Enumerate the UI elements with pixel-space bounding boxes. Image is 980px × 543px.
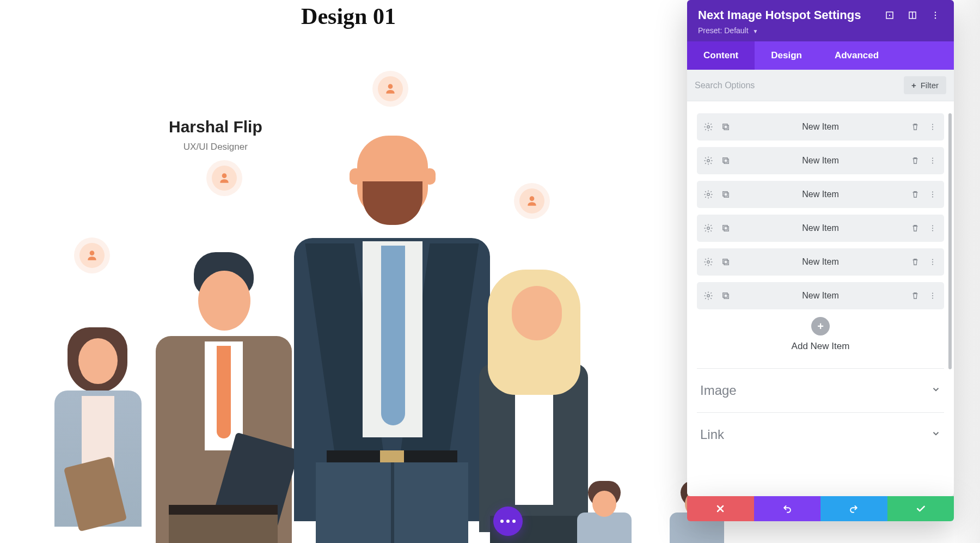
svg-point-23 <box>932 194 933 195</box>
svg-point-40 <box>932 292 933 294</box>
hotspot-marker[interactable] <box>212 166 237 191</box>
trash-icon[interactable] <box>910 190 920 199</box>
duplicate-icon[interactable] <box>721 291 731 301</box>
svg-point-4 <box>935 12 936 13</box>
svg-point-10 <box>932 124 933 125</box>
chevron-down-icon <box>931 429 941 441</box>
svg-rect-8 <box>724 125 728 130</box>
scrollbar-thumb[interactable] <box>948 113 952 369</box>
tooltip-role: UX/UI Designer <box>169 142 262 152</box>
section-image[interactable]: Image <box>697 368 944 412</box>
cancel-button[interactable] <box>687 496 754 521</box>
redo-button[interactable] <box>820 496 887 521</box>
panel-footer <box>687 496 954 521</box>
gear-icon[interactable] <box>703 291 713 301</box>
add-item-button[interactable]: + <box>811 317 830 335</box>
character <box>44 320 152 543</box>
tab-design[interactable]: Design <box>755 41 818 70</box>
kebab-icon[interactable] <box>928 190 938 199</box>
add-item-label: Add New Item <box>697 341 944 352</box>
svg-point-16 <box>932 157 933 158</box>
caret-down-icon: ▼ <box>753 28 758 34</box>
list-item[interactable]: New Item <box>697 282 944 309</box>
page-canvas: Design 01 Harshal Flip UX/UI Designer <box>0 0 697 543</box>
svg-point-5 <box>935 15 936 16</box>
expand-icon[interactable] <box>882 8 897 23</box>
duplicate-icon[interactable] <box>721 156 731 166</box>
gear-icon[interactable] <box>703 122 713 132</box>
panel-header[interactable]: Next Image Hotspot Settings Preset: Defa… <box>687 0 954 41</box>
trash-icon[interactable] <box>910 223 920 233</box>
illustration-stage: Harshal Flip UX/UI Designer <box>44 87 697 543</box>
filter-button[interactable]: + Filter <box>904 76 946 94</box>
gear-icon[interactable] <box>703 223 713 233</box>
hotspot-marker[interactable] <box>378 76 403 101</box>
svg-rect-9 <box>723 124 727 129</box>
page-title: Design 01 <box>301 3 396 29</box>
hotspot-marker[interactable] <box>519 188 544 213</box>
panel-tabs: Content Design Advanced <box>687 41 954 70</box>
preset-selector[interactable]: Preset: Default ▼ <box>698 26 943 35</box>
svg-point-18 <box>932 162 933 163</box>
svg-point-37 <box>707 295 710 297</box>
save-button[interactable] <box>887 496 954 521</box>
svg-point-24 <box>932 196 933 197</box>
svg-point-41 <box>932 295 933 296</box>
kebab-icon[interactable] <box>928 291 938 301</box>
trash-icon[interactable] <box>910 291 920 301</box>
list-item[interactable]: New Item <box>697 215 944 242</box>
svg-rect-14 <box>724 159 728 163</box>
duplicate-icon[interactable] <box>721 122 731 132</box>
character-mini <box>572 478 637 543</box>
kebab-icon[interactable] <box>928 223 938 233</box>
kebab-icon[interactable] <box>928 8 943 23</box>
tooltip-name: Harshal Flip <box>169 118 262 136</box>
gear-icon[interactable] <box>703 190 713 199</box>
undo-button[interactable] <box>754 496 821 521</box>
svg-rect-26 <box>724 227 728 231</box>
gear-icon[interactable] <box>703 257 713 267</box>
page-shadow <box>954 0 980 543</box>
trash-icon[interactable] <box>910 257 920 267</box>
search-bar: + Filter <box>687 70 954 101</box>
duplicate-icon[interactable] <box>721 190 731 199</box>
gear-icon[interactable] <box>703 156 713 166</box>
kebab-icon[interactable] <box>928 122 938 132</box>
list-item[interactable]: New Item <box>697 181 944 208</box>
search-input[interactable] <box>695 81 904 90</box>
panel-title: Next Image Hotspot Settings <box>698 8 874 22</box>
svg-point-12 <box>932 129 933 130</box>
svg-rect-38 <box>724 294 728 298</box>
duplicate-icon[interactable] <box>721 257 731 267</box>
svg-point-6 <box>935 17 936 19</box>
svg-point-42 <box>932 297 933 298</box>
svg-rect-33 <box>723 259 727 264</box>
filter-label: Filter <box>921 81 939 90</box>
svg-point-34 <box>932 259 933 260</box>
svg-point-17 <box>932 160 933 161</box>
list-item[interactable]: New Item <box>697 113 944 141</box>
builder-fab[interactable] <box>493 507 523 536</box>
item-label: New Item <box>731 190 910 199</box>
tab-content[interactable]: Content <box>687 41 755 70</box>
section-link[interactable]: Link <box>697 412 944 456</box>
svg-point-36 <box>932 264 933 265</box>
svg-point-29 <box>932 228 933 229</box>
panel-body[interactable]: New Item New Item New Item <box>687 101 954 496</box>
svg-rect-39 <box>723 293 727 297</box>
kebab-icon[interactable] <box>928 156 938 166</box>
duplicate-icon[interactable] <box>721 223 731 233</box>
trash-icon[interactable] <box>910 122 920 132</box>
svg-point-28 <box>932 225 933 226</box>
plus-icon: + <box>911 81 916 90</box>
list-item[interactable]: New Item <box>697 248 944 276</box>
hotspot-marker[interactable] <box>79 243 105 268</box>
tab-advanced[interactable]: Advanced <box>818 41 895 70</box>
columns-icon[interactable] <box>905 8 920 23</box>
svg-point-13 <box>707 160 710 162</box>
trash-icon[interactable] <box>910 156 920 166</box>
svg-point-11 <box>932 126 933 127</box>
list-item[interactable]: New Item <box>697 147 944 174</box>
kebab-icon[interactable] <box>928 257 938 267</box>
item-label: New Item <box>731 156 910 166</box>
